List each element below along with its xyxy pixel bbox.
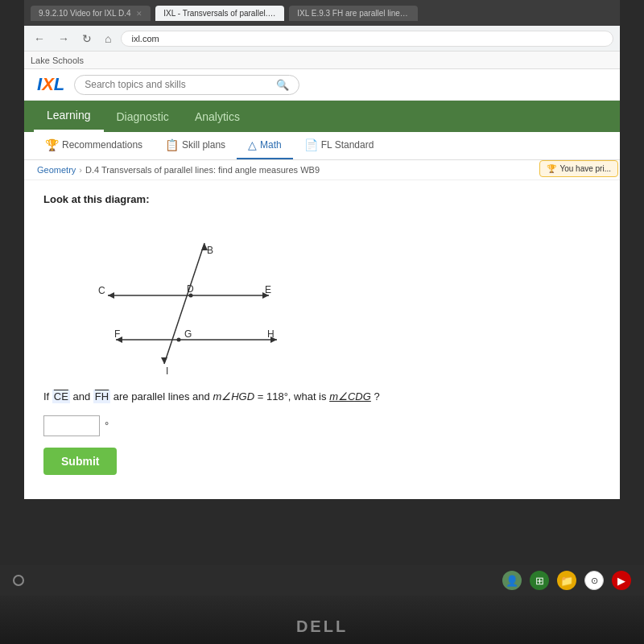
svg-text:I: I <box>166 365 168 376</box>
svg-text:C: C <box>98 285 105 296</box>
address-bar: ← → ↻ ⌂ ixl.com <box>24 26 620 52</box>
tab-close-2[interactable]: ✕ <box>278 10 284 18</box>
svg-text:B: B <box>207 245 213 256</box>
reload-button[interactable]: ↻ <box>79 31 95 47</box>
url-input[interactable]: ixl.com <box>121 31 613 47</box>
ixl-header: I X L 🔍 <box>24 69 620 101</box>
math-icon: △ <box>248 138 257 151</box>
bookmark-item[interactable]: Lake Schools <box>31 56 84 65</box>
search-input[interactable] <box>85 79 270 90</box>
taskbar-icon-docs[interactable]: 📁 <box>557 571 576 590</box>
tab-close-3[interactable]: ✕ <box>410 10 416 18</box>
subnav-recommendations[interactable]: 🏆 Recommendations <box>34 132 154 159</box>
answer-row: ° <box>43 415 601 436</box>
taskbar-left <box>13 575 24 586</box>
nav-item-learning[interactable]: Learning <box>34 101 104 132</box>
ixl-website: I X L 🔍 Learning Diagnostic Analyt <box>24 69 620 499</box>
breadcrumb-skill-id: D.4 <box>85 165 99 175</box>
svg-text:D: D <box>187 283 194 295</box>
forward-button[interactable]: → <box>55 31 72 47</box>
ixl-nav: Learning Diagnostic Analytics <box>24 101 620 132</box>
subnav-fl-standard[interactable]: 📄 FL Standard <box>293 132 386 159</box>
breadcrumb-code: WB9 <box>300 165 320 175</box>
answer-input[interactable] <box>43 415 100 436</box>
question-angle: m∠CDG <box>329 390 371 402</box>
taskbar: 👤 ⊞ 📁 ⊙ ▶ <box>0 565 644 596</box>
diagram-svg: B C D E F G H I <box>60 215 317 376</box>
breadcrumb-subject[interactable]: Geometry <box>37 165 76 175</box>
svg-text:G: G <box>184 328 192 340</box>
taskbar-icon-people[interactable]: 👤 <box>502 571 522 590</box>
skill-plans-icon: 📋 <box>165 138 179 151</box>
trophy-icon: 🏆 <box>547 164 556 173</box>
svg-text:H: H <box>267 328 275 340</box>
taskbar-icon-grid[interactable]: ⊞ <box>530 571 549 590</box>
browser-tab-3[interactable]: IXL E.9.3 FH are parallel lines ✕ <box>289 6 418 21</box>
browser-tab-2[interactable]: IXL - Transversals of parallel... ✕ <box>155 6 284 21</box>
browser-tab-bar: 9.9.2.10 Video for IXL D.4 ✕ IXL - Trans… <box>24 0 620 26</box>
svg-marker-8 <box>161 357 167 364</box>
line-ce: CE <box>52 390 70 403</box>
submit-button[interactable]: Submit <box>43 448 117 475</box>
taskbar-right: 👤 ⊞ 📁 ⊙ ▶ <box>502 571 631 590</box>
svg-point-17 <box>189 294 193 298</box>
line-fh: FH <box>93 390 110 403</box>
breadcrumb-area: Geometry › D.4 Transversals of parallel … <box>24 160 620 180</box>
degree-symbol: ° <box>105 419 109 431</box>
breadcrumb: Geometry › D.4 Transversals of parallel … <box>24 160 620 180</box>
bookmarks-bar: Lake Schools <box>24 52 620 69</box>
problem-instruction: Look at this diagram: <box>43 193 601 205</box>
subnav-skill-plans[interactable]: 📋 Skill plans <box>154 132 237 159</box>
svg-text:E: E <box>265 284 271 295</box>
svg-text:F: F <box>114 328 120 340</box>
search-icon: 🔍 <box>276 79 289 91</box>
search-bar[interactable]: 🔍 <box>74 75 299 95</box>
taskbar-icon-chrome[interactable]: ⊙ <box>584 571 604 590</box>
breadcrumb-skill-name: Transversals of parallel lines: find ang… <box>101 165 298 175</box>
dell-logo: DELL <box>296 617 348 636</box>
home-button[interactable]: ⌂ <box>101 31 114 47</box>
given-angle: m∠HGD <box>213 390 254 402</box>
question-text: If CE and FH are parallel lines and m∠HG… <box>43 389 601 406</box>
browser-tab-1[interactable]: 9.9.2.10 Video for IXL D.4 ✕ <box>31 6 151 21</box>
bottom-bezel: DELL <box>0 596 644 644</box>
trophy-notification: 🏆 You have pri... <box>539 160 618 177</box>
ixl-content: Look at this diagram: <box>24 180 620 488</box>
nav-item-diagnostic[interactable]: Diagnostic <box>104 102 182 131</box>
ixl-logo: I X L <box>37 74 64 95</box>
back-button[interactable]: ← <box>31 31 48 47</box>
taskbar-icon-youtube[interactable]: ▶ <box>612 571 631 590</box>
fl-standard-icon: 📄 <box>304 138 318 151</box>
svg-point-18 <box>177 338 181 342</box>
laptop-body: 9.9.2.10 Video for IXL D.4 ✕ IXL - Trans… <box>0 0 644 644</box>
ixl-subnav: 🏆 Recommendations 📋 Skill plans △ Math 📄… <box>24 132 620 160</box>
recommendations-icon: 🏆 <box>45 138 59 151</box>
tab-close-1[interactable]: ✕ <box>136 10 142 18</box>
svg-line-6 <box>164 243 204 364</box>
geometry-diagram: B C D E F G H I <box>60 215 317 376</box>
screen: 9.9.2.10 Video for IXL D.4 ✕ IXL - Trans… <box>24 0 620 499</box>
nav-item-analytics[interactable]: Analytics <box>182 102 253 131</box>
svg-marker-1 <box>108 292 114 299</box>
subnav-math[interactable]: △ Math <box>237 132 293 159</box>
taskbar-circle-indicator <box>13 575 24 586</box>
